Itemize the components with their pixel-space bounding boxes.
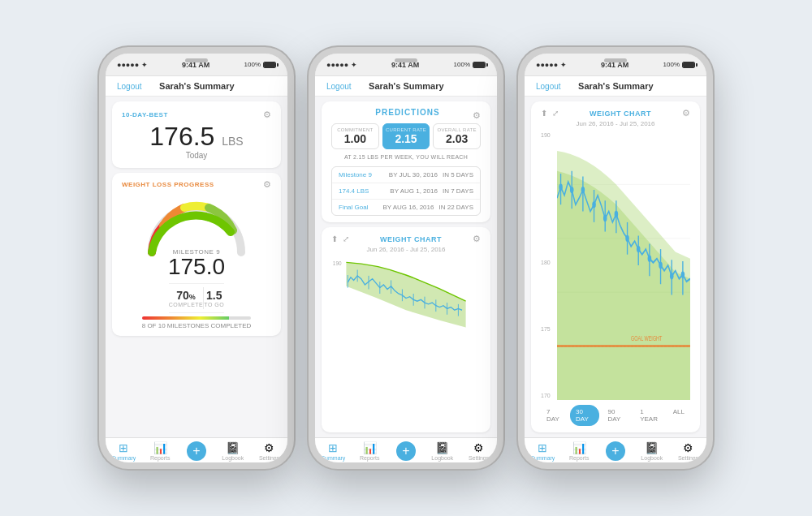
chart-title-3: WEIGHT CHART: [590, 110, 651, 118]
progress-title: Weight Loss Progress: [122, 181, 214, 188]
tab-reports-label-3: Reports: [569, 455, 590, 461]
header-1: Logout Sarah's Summary: [106, 76, 287, 97]
milestone-bar-container: 8 OF 10 MILESTONES COMPLETED: [142, 316, 252, 329]
tab-logbook-3[interactable]: 📓 Logbook: [633, 441, 670, 461]
pred-milestone-name: Milestone 9: [339, 171, 384, 178]
share-icon-3[interactable]: ⬆: [541, 109, 547, 118]
commitment-metric: COMMITMENT 1.00: [331, 123, 379, 149]
gauge-wrapper: MILESTONE 9 175.0 70% Complete 1.5 To Go: [122, 191, 271, 329]
chart-header-2: ⬆ ⤢ WEIGHT CHART ⚙: [331, 234, 481, 244]
day-30-btn[interactable]: 30 DAY: [570, 405, 599, 426]
tab-add-3[interactable]: +: [598, 441, 634, 461]
best-card: 10-Day-Best ⚙ 176.5 LBS Today: [112, 101, 281, 168]
best-weight-value: 176.5 LBS: [149, 122, 243, 151]
milestone-value: 175.0: [168, 256, 225, 278]
chart-date-range-3: Jun 26, 2016 - Jul 25, 2016: [541, 120, 690, 127]
tab-reports-label-1: Reports: [150, 455, 171, 461]
tab-add-1[interactable]: +: [179, 441, 215, 461]
weight-chart-card-2: ⬆ ⤢ WEIGHT CHART ⚙ Jun 26, 2016 - Jul 25…: [322, 227, 490, 432]
tab-settings-1[interactable]: ⚙ Settings: [251, 441, 287, 461]
logout-button-3[interactable]: Logout: [536, 82, 561, 91]
tab-logbook-icon-2: 📓: [435, 441, 449, 454]
tab-reports-3[interactable]: 📊 Reports: [561, 441, 598, 461]
tab-reports-label-2: Reports: [360, 455, 380, 461]
tab-settings-3[interactable]: ⚙ Settings: [670, 441, 706, 461]
svg-point-31: [637, 246, 641, 252]
tab-summary-2[interactable]: ⊞ Summary: [315, 441, 352, 461]
chart-date-range-2: Jun 26, 2016 - Jul 25, 2016: [331, 246, 481, 253]
chart-canvas-3: GOAL WEIGHT: [557, 131, 690, 400]
pred-milestone-date: BY JUL 30, 2016: [389, 171, 438, 178]
best-gear-icon[interactable]: ⚙: [263, 110, 271, 120]
pred-row-3: Final Goal BY AUG 16, 2016 IN 22 DAYS: [332, 200, 480, 215]
header-3: Logout Sarah's Summary: [525, 76, 706, 97]
signal-icons-3: ●●●●● ✦: [536, 61, 567, 69]
day-filter: 7 DAY 30 DAY 90 DAY 1 YEAR ALL: [541, 405, 690, 426]
gauge-svg: [140, 191, 253, 256]
day-1year-btn[interactable]: 1 YEAR: [634, 405, 664, 426]
tab-add-icon-3[interactable]: +: [606, 441, 625, 461]
tab-logbook-1[interactable]: 📓 Logbook: [214, 441, 251, 461]
pred-row-2: 174.4 LBS BY AUG 1, 2016 IN 7 DAYS: [332, 183, 480, 200]
phones-container: ●●●●● ✦ 9:41 AM 100% Logout Sarah's Summ…: [99, 47, 713, 469]
tab-settings-label-2: Settings: [469, 455, 489, 461]
tab-summary-icon-3: ⊞: [538, 441, 547, 454]
tab-reports-icon-3: 📊: [572, 441, 586, 454]
battery-3: 100%: [663, 61, 695, 68]
milestone-count: 8 OF 10 MILESTONES COMPLETED: [142, 322, 252, 329]
expand-icon-2[interactable]: ⤢: [343, 234, 349, 243]
chart-action-icons-2: ⬆ ⤢: [331, 234, 349, 243]
tab-summary-label-2: Summary: [321, 455, 345, 461]
svg-point-37: [670, 273, 674, 279]
current-rate-value: 2.15: [385, 132, 428, 145]
signal-icons-2: ●●●●● ✦: [326, 61, 357, 69]
milestone-bar-completed: [142, 316, 230, 320]
logout-button-1[interactable]: Logout: [117, 82, 142, 91]
svg-point-25: [603, 215, 607, 221]
tab-bar-3: ⊞ Summary 📊 Reports + 📓 Logbook ⚙ Settin…: [525, 437, 706, 462]
svg-point-21: [581, 187, 585, 193]
day-all-btn[interactable]: ALL: [667, 405, 690, 426]
tab-add-icon-1[interactable]: +: [187, 441, 206, 461]
chart-gear-icon-3[interactable]: ⚙: [682, 108, 690, 118]
stat-togo-value: 1.5: [204, 289, 224, 302]
chart-action-icons-3: ⬆ ⤢: [541, 109, 559, 118]
milestone-bar: [142, 316, 252, 320]
tab-summary-icon-1: ⊞: [119, 441, 128, 454]
tab-summary-label-1: Summary: [111, 455, 136, 461]
svg-point-33: [648, 256, 652, 262]
tab-bar-2: ⊞ Summary 📊 Reports + 📓 Logbook ⚙ Settin…: [315, 437, 497, 462]
expand-icon-3[interactable]: ⤢: [552, 109, 559, 118]
tab-reports-1[interactable]: 📊 Reports: [142, 441, 179, 461]
day-7-btn[interactable]: 7 DAY: [541, 405, 567, 426]
tab-logbook-2[interactable]: 📓 Logbook: [424, 441, 460, 461]
progress-gear-icon[interactable]: ⚙: [263, 179, 271, 190]
header-title-1: Sarah's Summary: [159, 81, 235, 91]
chart-svg-3: GOAL WEIGHT: [557, 131, 690, 400]
svg-text:GOAL WEIGHT: GOAL WEIGHT: [631, 333, 662, 342]
tab-add-2[interactable]: +: [388, 441, 425, 461]
chart-svg-2: 190: [331, 256, 481, 331]
progress-stats: 70% Complete 1.5 To Go: [169, 283, 224, 313]
chart-area-3: 190 180 175 170: [541, 131, 690, 400]
tab-settings-2[interactable]: ⚙ Settings: [460, 441, 497, 461]
tab-logbook-icon-3: 📓: [645, 441, 659, 454]
tab-add-icon-2[interactable]: +: [396, 441, 416, 461]
best-card-title: 10-Day-Best: [122, 111, 168, 118]
stat-togo-label: To Go: [204, 302, 224, 307]
tab-logbook-label-2: Logbook: [431, 455, 453, 461]
svg-point-23: [592, 201, 596, 208]
tab-summary-1[interactable]: ⊞ Summary: [106, 441, 142, 461]
predictions-gear-icon[interactable]: ⚙: [473, 110, 481, 121]
tab-reports-2[interactable]: 📊 Reports: [352, 441, 388, 461]
tab-summary-icon-2: ⊞: [328, 441, 338, 454]
pred-final-date: BY AUG 16, 2016: [382, 204, 434, 211]
stat-complete-label: Complete: [169, 302, 204, 307]
day-90-btn[interactable]: 90 DAY: [603, 405, 632, 426]
tab-summary-3[interactable]: ⊞ Summary: [525, 441, 561, 461]
logout-button-2[interactable]: Logout: [326, 82, 352, 91]
chart-gear-icon-2[interactable]: ⚙: [473, 234, 481, 244]
pred-final-name: Final Goal: [339, 204, 378, 211]
pred-weight-date: BY AUG 1, 2016: [390, 187, 438, 195]
share-icon-2[interactable]: ⬆: [331, 234, 338, 243]
